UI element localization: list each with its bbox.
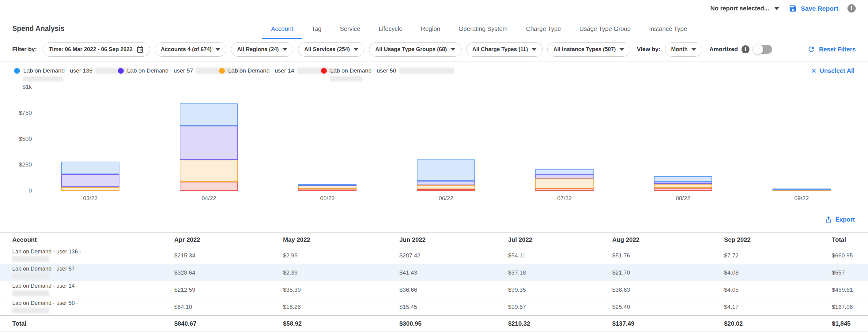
legend-item[interactable]: Lab on Demand - user 14 [219,67,338,74]
tabs-divider [0,39,868,39]
x-axis-line [37,191,855,191]
y-axis-tick-label: $250 [7,161,32,168]
chevron-down-icon [691,48,696,51]
tab-region[interactable]: Region [412,19,449,39]
chart-legend: ✕ Unselect All Lab on Demand - user 136L… [0,63,868,86]
tab-charge-type[interactable]: Charge Type [517,19,570,39]
bar-segment-06-22[interactable] [417,185,475,189]
close-icon: ✕ [811,68,816,74]
filter-dropdown-label: All Services (254) [304,46,350,53]
save-icon [789,4,797,12]
spend-table: AccountApr 2022May 2022Jun 2022Jul 2022A… [0,232,868,331]
export-button[interactable]: Export [825,216,855,223]
amortized-info-icon[interactable]: i [742,45,749,53]
filter-dropdown-usage[interactable]: All Usage Type Groups (68) [369,42,462,57]
column-header-month: Aug 2022 [605,233,717,247]
bar-segment-08-22[interactable] [654,188,712,191]
chevron-down-icon [532,48,537,51]
bar-segment-08-22[interactable] [654,184,712,188]
filter-dropdown-services[interactable]: All Services (254) [298,42,365,57]
bar-segment-03-22[interactable] [61,187,119,191]
table-header-row: AccountApr 2022May 2022Jun 2022Jul 2022A… [0,232,868,247]
account-cell: Lab on Demand - user 14 - [0,281,87,298]
value-cell: $2.95 [276,247,392,264]
value-cell: $4.05 [717,281,827,298]
total-value-cell: $20.02 [717,316,827,331]
legend-text: Lab on Demand - user 136 [23,67,132,81]
bar-segment-06-22[interactable] [417,160,475,181]
bar-segment-03-22[interactable] [61,174,119,187]
bar-segment-05-22[interactable] [298,184,356,186]
bar-segment-07-22[interactable] [535,178,594,189]
divider [0,62,868,62]
x-axis-tick-label: 09/22 [777,195,826,202]
tab-operating-system[interactable]: Operating System [449,19,517,39]
value-cell: $7.72 [717,247,827,264]
report-selector-dropdown[interactable]: No report selected... [710,5,779,12]
value-cell: $4.17 [717,298,827,315]
bar-segment-09-22[interactable] [772,189,831,190]
tab-account[interactable]: Account [262,19,302,39]
legend-item[interactable]: Lab on Demand - user 136 [14,67,132,81]
filter-dropdown-4[interactable]: Accounts 4 (of 674) [155,42,226,57]
value-cell: $41.43 [392,264,501,281]
filter-dropdown-charge[interactable]: All Charge Types (11) [466,42,543,57]
gridline [37,139,855,139]
tab-service[interactable]: Service [331,19,370,39]
bar-segment-07-22[interactable] [535,169,594,174]
bar-segment-06-22[interactable] [417,181,475,185]
legend-label-line: Lab on Demand - user 50 [330,67,454,74]
bar-segment-05-22[interactable] [298,189,356,191]
grand-total-cell: $1,845 [827,316,868,331]
bar-segment-06-22[interactable] [417,189,475,191]
toggle-knob [753,44,763,55]
legend-label: Lab on Demand - user 57 [127,67,193,74]
filter-by-label: Filter by: [12,46,37,53]
filter-dropdown-label: Accounts 4 (of 674) [161,46,212,53]
bar-segment-04-22[interactable] [180,126,238,160]
bar-segment-07-22[interactable] [535,174,594,178]
table-row: Lab on Demand - user 57 -$328.64$2.39$41… [0,264,868,281]
filter-dropdown-label: All Usage Type Groups (68) [375,46,447,53]
account-cell: Lab on Demand - user 50 - [0,298,87,315]
column-header-month: Jun 2022 [392,233,501,247]
bar-segment-04-22[interactable] [180,103,238,126]
chevron-down-icon [451,48,456,51]
tab-instance-type[interactable]: Instance Type [640,19,696,39]
legend-label: Lab on Demand - user 14 [228,67,294,74]
tab-usage-type-group[interactable]: Usage Type Group [570,19,640,39]
redacted-text [12,291,49,296]
value-cell: $15.45 [392,298,501,315]
amortized-toggle[interactable] [753,45,772,54]
value-cell: $99.35 [501,281,605,298]
filter-dropdown-regions[interactable]: All Regions (24) [231,42,293,57]
save-report-button[interactable]: Save Report [789,4,838,12]
bar-segment-08-22[interactable] [654,176,712,182]
reset-filters-button[interactable]: Reset Filters [807,45,856,53]
column-header-month: May 2022 [276,233,392,247]
value-cell: $25.40 [605,298,717,315]
bar-segment-03-22[interactable] [61,162,119,174]
y-axis-tick-label: $750 [7,109,32,116]
gridline [37,87,855,87]
view-by-dropdown[interactable]: Month [665,42,702,57]
redacted-text [12,256,49,262]
total-row-label: Total [0,316,87,331]
tab-lifecycle[interactable]: Lifecycle [369,19,412,39]
bar-segment-08-22[interactable] [654,182,712,184]
info-icon[interactable]: i [847,4,856,12]
unselect-all-button[interactable]: ✕ Unselect All [811,67,855,74]
bar-segment-04-22[interactable] [180,182,238,191]
filter-pills: Accounts 4 (of 674)All Regions (24)All S… [155,42,630,57]
report-selector-value: No report selected... [710,5,769,12]
amortized-control: Amortized i [709,45,772,54]
gridline [37,113,855,113]
bar-segment-07-22[interactable] [535,189,594,191]
bar-segment-04-22[interactable] [180,160,238,182]
y-axis-tick-label: $500 [7,136,32,142]
legend-label-line: Lab on Demand - user 136 [23,67,132,74]
legend-item[interactable]: Lab on Demand - user 50 [321,67,454,81]
time-range-filter[interactable]: Time: 06 Mar 2022 - 06 Sep 2022 [42,42,150,57]
tab-tag[interactable]: Tag [302,19,331,39]
filter-dropdown-instance[interactable]: All Instance Types (507) [547,42,631,57]
